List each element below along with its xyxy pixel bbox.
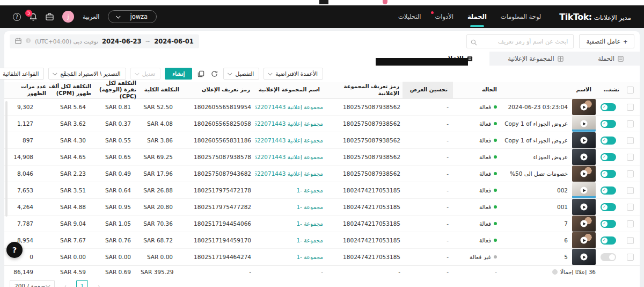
header-cpm[interactable]: التكلفة لكل ألف ظهور (CPM) bbox=[48, 82, 96, 98]
select-all-checkbox[interactable] bbox=[627, 87, 634, 94]
bulk-export-import-button[interactable]: التصدير \ الاستيراد المُجمَّع bbox=[48, 68, 126, 80]
ad-thumbnail[interactable] bbox=[572, 132, 596, 148]
cpc-cell: SAR 1.05 bbox=[96, 220, 141, 227]
search-box bbox=[466, 34, 574, 48]
row-toggle[interactable]: ✓ bbox=[601, 220, 616, 228]
ad-name: 001 bbox=[557, 204, 568, 210]
tab-adgroup[interactable]: المجموعة الإعلانية bbox=[489, 52, 582, 66]
adgroup-name-link[interactable]: مجموعة إعلانية 20240622071443 bbox=[255, 120, 323, 127]
row-toggle[interactable]: ✓ bbox=[601, 236, 616, 245]
adgroup-name-link[interactable]: مجموعة إعلانية 20240622071443 bbox=[255, 154, 323, 160]
header-status[interactable]: الحالة bbox=[453, 82, 501, 98]
main-nav: لوحة المعلومات الحملة الأدوات التحليلات bbox=[398, 13, 541, 20]
adgroup-name-link[interactable]: مجموعة -1 bbox=[255, 237, 323, 243]
nav-dashboard[interactable]: لوحة المعلومات bbox=[501, 13, 541, 20]
row-toggle[interactable]: ✓ bbox=[601, 120, 616, 128]
adgroup-name-link[interactable]: مجموعة إعلانية 20240622071443 bbox=[255, 137, 323, 144]
ad-thumbnail[interactable] bbox=[572, 149, 596, 165]
row-toggle[interactable]: ✓ bbox=[601, 170, 616, 178]
cpc-cell: SAR 0.81 bbox=[96, 104, 141, 110]
row-toggle[interactable]: ✓ bbox=[601, 103, 616, 111]
level-tabs: الحملة المجموعة الإعلانية الإعلان bbox=[4, 52, 640, 66]
row-checkbox[interactable] bbox=[627, 204, 634, 211]
ad-thumbnail[interactable] bbox=[572, 199, 596, 215]
default-columns-button[interactable]: الأعمدة الافتراضية bbox=[264, 68, 323, 80]
avatar[interactable]: j bbox=[62, 11, 74, 23]
row-checkbox[interactable] bbox=[627, 187, 634, 194]
row-toggle[interactable]: ✓ bbox=[601, 186, 616, 195]
vertical-scrollbar[interactable] bbox=[5, 101, 8, 217]
row-checkbox[interactable] bbox=[627, 237, 634, 244]
row-toggle[interactable]: ✓ bbox=[601, 153, 616, 161]
ad-name: Copy 1 of عروض الجوزاء bbox=[504, 120, 568, 127]
refresh-button[interactable] bbox=[210, 70, 219, 77]
language-switcher[interactable]: العربية bbox=[83, 13, 99, 20]
add-filter-button[interactable]: + عامل التصفية bbox=[579, 34, 634, 48]
date-range-picker[interactable]: 2024-06-01 ~ 2024-06-23 توقيت دبي (UTC+0… bbox=[10, 34, 199, 48]
header-impressions[interactable]: عدد مرات الظهور bbox=[6, 82, 48, 98]
header-adgroup-id[interactable]: رمز تعريف المجموعة الإعلانية bbox=[323, 82, 402, 98]
row-checkbox[interactable] bbox=[627, 154, 634, 161]
tab-campaign[interactable]: الحملة bbox=[582, 52, 640, 66]
row-checkbox[interactable] bbox=[627, 137, 634, 144]
search-input[interactable] bbox=[466, 34, 574, 48]
redacted-region bbox=[376, 58, 468, 66]
ad-thumbnail[interactable] bbox=[572, 99, 596, 115]
adgroup-name-link[interactable]: مجموعة -1 bbox=[255, 187, 323, 193]
adgroup-name-link[interactable]: مجموعة إعلانية 20240622071443 bbox=[255, 104, 323, 110]
header-optimization[interactable]: تحسين العرض bbox=[402, 82, 453, 98]
adgroup-name-link[interactable]: مجموعة -1 bbox=[255, 254, 323, 260]
header-cpc[interactable]: التكلفة لكل نقرة (الوجهة) (CPC) bbox=[96, 82, 141, 98]
next-page-button[interactable]: › bbox=[93, 280, 105, 287]
ad-thumbnail[interactable] bbox=[572, 216, 596, 232]
row-toggle[interactable]: ✓ bbox=[601, 137, 616, 145]
ad-thumbnail[interactable] bbox=[572, 182, 596, 198]
cpm-cell: SAR 2.23 bbox=[48, 170, 96, 177]
prev-page-button[interactable]: ‹ bbox=[60, 280, 71, 287]
row-checkbox[interactable] bbox=[627, 220, 634, 227]
automated-rules-button[interactable]: القواعد التلقائية bbox=[0, 68, 44, 80]
row-toggle[interactable] bbox=[601, 253, 616, 261]
page-size-select[interactable]: 200 / صفحة bbox=[10, 280, 55, 287]
total-cost-cell: SAR 52.50 bbox=[141, 104, 189, 110]
ad-id-cell: 1802517194464274 bbox=[189, 254, 255, 260]
ad-name: عروض الجوزاء bbox=[533, 154, 568, 160]
account-switcher[interactable]: jowza bbox=[108, 10, 157, 23]
breakdown-button[interactable]: التفصيل bbox=[223, 68, 259, 80]
notifications-button[interactable]: 5 bbox=[30, 13, 37, 21]
row-checkbox[interactable] bbox=[627, 120, 634, 127]
row-checkbox[interactable] bbox=[627, 170, 634, 177]
header-name[interactable]: الاسم bbox=[501, 82, 596, 98]
row-toggle[interactable]: ✓ bbox=[601, 203, 616, 211]
nav-tools[interactable]: الأدوات bbox=[435, 13, 453, 20]
ad-thumbnail[interactable] bbox=[572, 166, 596, 182]
edit-button[interactable]: تعديل bbox=[130, 68, 160, 80]
help-fab[interactable]: ? bbox=[6, 242, 23, 258]
adgroup-name-link[interactable]: مجموعة -1 bbox=[255, 220, 323, 227]
header-adgroup-name[interactable]: اسم المجموعة الإعلانية bbox=[255, 82, 323, 98]
nav-campaign[interactable]: الحملة bbox=[467, 13, 487, 20]
cpc-cell: SAR 0.55 bbox=[96, 137, 141, 144]
optimization-cell: - bbox=[402, 104, 453, 110]
nav-analytics[interactable]: التحليلات bbox=[398, 13, 421, 20]
adgroup-name-link[interactable]: مجموعة إعلانية 20240622071443 bbox=[255, 170, 323, 177]
adgroup-name-link[interactable]: مجموعة -1 bbox=[255, 204, 323, 210]
status-dot bbox=[494, 189, 497, 192]
business-center-button[interactable] bbox=[46, 13, 54, 20]
page-number[interactable]: 1 bbox=[76, 280, 88, 287]
table-row: ✓ 2024-06-23 03:23:04 فعالة - 1802575087… bbox=[4, 99, 640, 116]
ad-thumbnail[interactable] bbox=[572, 232, 596, 248]
header-total-cost[interactable]: التكلفة الكلية bbox=[141, 82, 189, 98]
adgroup-id-cell: 1802575087938562 bbox=[323, 137, 402, 144]
ad-thumbnail[interactable] bbox=[572, 116, 596, 132]
help-button[interactable]: ? bbox=[13, 13, 21, 21]
topbar: TikTok: مدير الإعلانات لوحة المعلومات ال… bbox=[0, 5, 644, 28]
row-checkbox[interactable] bbox=[627, 104, 634, 111]
ad-thumbnail[interactable] bbox=[572, 249, 596, 265]
copy-button[interactable] bbox=[196, 70, 206, 77]
header-ad-id[interactable]: رمز تعريف الإعلان bbox=[189, 82, 255, 98]
optimization-cell: - bbox=[402, 120, 453, 127]
ad-name: خصومات تصل الى 50% bbox=[510, 170, 568, 177]
row-checkbox[interactable] bbox=[627, 254, 634, 261]
create-button[interactable]: إنشاء bbox=[165, 68, 192, 80]
